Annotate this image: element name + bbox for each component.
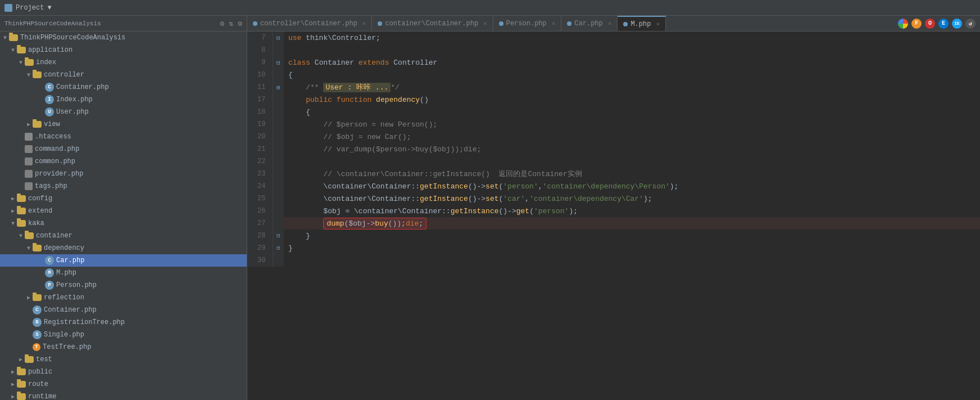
- line-gutter: [273, 118, 284, 131]
- table-row: 20 // $obj = new Car();: [247, 131, 980, 143]
- tab-container-container[interactable]: container\Container.php ✕: [372, 16, 493, 32]
- tab-close-icon[interactable]: ✕: [362, 20, 366, 27]
- tab-label: controller\Container.php: [260, 20, 357, 28]
- ie-icon[interactable]: IE: [952, 19, 962, 29]
- tab-label: container\Container.php: [385, 20, 478, 28]
- folder-icon: [33, 121, 42, 128]
- table-row: 26 $obj = \container\Container::getInsta…: [247, 205, 980, 217]
- sidebar-item-index[interactable]: ▼ index: [0, 56, 247, 69]
- code-editor[interactable]: 7 ⊟ use think\Controller; 8 9 ⊟ cla: [247, 32, 980, 400]
- sidebar-item-controller[interactable]: ▼ controller: [0, 69, 247, 81]
- sidebar-item-label: User.php: [56, 108, 89, 116]
- chrome-icon[interactable]: [898, 19, 908, 29]
- sidebar-item-dependency[interactable]: ▼ dependency: [0, 242, 247, 254]
- firefox-icon[interactable]: F: [911, 19, 922, 29]
- sidebar-item-car-php[interactable]: C Car.php: [0, 254, 247, 267]
- line-number: 29: [247, 242, 273, 254]
- line-number: 21: [247, 143, 273, 155]
- sidebar-item-htaccess[interactable]: .htaccess: [0, 131, 247, 143]
- arrow-icon: ▶: [9, 208, 17, 214]
- tab-controller-container[interactable]: controller\Container.php ✕: [247, 16, 372, 32]
- sidebar-item-root[interactable]: ▼ ThinkPHPSourceCodeAnalysis: [0, 32, 247, 44]
- tab-close-icon[interactable]: ✕: [552, 20, 556, 27]
- sidebar-item-config[interactable]: ▶ config: [0, 192, 247, 205]
- php-file-icon: I: [45, 95, 54, 104]
- tab-car-php[interactable]: Car.php ✕: [561, 16, 618, 32]
- arrow-icon: ▶: [9, 381, 17, 388]
- sidebar-item-route[interactable]: ▶ route: [0, 378, 247, 390]
- sidebar-item-registration-tree-php[interactable]: R RegistrationTree.php: [0, 316, 247, 329]
- line-gutter: [273, 168, 284, 180]
- line-content: class Container extends Controller: [284, 56, 980, 69]
- line-number: 27: [247, 217, 273, 230]
- table-row: 21 // var_dump($person->buy($obj));die;: [247, 143, 980, 155]
- tab-m-php[interactable]: M.php ✕: [618, 16, 666, 32]
- opera-icon[interactable]: O: [925, 19, 935, 29]
- sidebar-item-label: Container.php: [44, 306, 97, 314]
- tab-person-php[interactable]: Person.php ✕: [493, 16, 562, 32]
- sidebar-item-view[interactable]: ▶ view: [0, 118, 247, 131]
- line-content: }: [284, 230, 980, 242]
- sidebar-item-label: command.php: [35, 145, 79, 153]
- folder-icon: [25, 356, 34, 363]
- sidebar-item-user-php[interactable]: U User.php: [0, 106, 247, 118]
- php-plain-icon: [25, 158, 33, 165]
- reload-icon[interactable]: ↺: [965, 19, 976, 29]
- line-content: dump($obj->buy());die;: [284, 217, 980, 230]
- sidebar-item-label: container: [36, 232, 72, 240]
- tab-close-icon[interactable]: ✕: [656, 20, 660, 28]
- sidebar-item-label: controller: [44, 71, 84, 79]
- php-file-icon: T: [33, 343, 40, 351]
- sidebar-item-m-php[interactable]: M M.php: [0, 267, 247, 279]
- php-file-icon: P: [45, 281, 54, 290]
- sidebar-item-provider-php[interactable]: provider.php: [0, 168, 247, 180]
- sidebar-item-person-php[interactable]: P Person.php: [0, 279, 247, 291]
- gear-icon[interactable]: ⚙: [238, 19, 242, 28]
- sidebar-item-application[interactable]: ▼ application: [0, 44, 247, 56]
- tab-close-icon[interactable]: ✕: [483, 20, 487, 27]
- sidebar-item-tags-php[interactable]: tags.php: [0, 180, 247, 192]
- sidebar-item-label: public: [28, 368, 52, 376]
- sidebar-item-public[interactable]: ▶ public: [0, 366, 247, 378]
- sidebar-item-label: dependency: [44, 244, 84, 252]
- sidebar-item-single-php[interactable]: S Single.php: [0, 329, 247, 341]
- sidebar-item-extend[interactable]: ▶ extend: [0, 205, 247, 217]
- tab-close-icon[interactable]: ✕: [608, 20, 612, 27]
- sidebar-item-testtree-php[interactable]: T TestTree.php: [0, 341, 247, 353]
- folder-icon: [17, 368, 26, 375]
- sidebar-item-common-php[interactable]: common.php: [0, 155, 247, 168]
- line-number: 10: [247, 69, 273, 81]
- arrow-icon: ▼: [25, 72, 33, 78]
- sidebar-item-runtime[interactable]: ▶ runtime: [0, 390, 247, 400]
- title-bar: Project ▼: [0, 0, 980, 16]
- php-file-icon: M: [45, 268, 54, 277]
- edge-icon[interactable]: E: [938, 19, 949, 29]
- settings-icon[interactable]: ⚙: [220, 19, 225, 28]
- expand-icon[interactable]: ⇅: [229, 19, 233, 28]
- arrow-icon: ▶: [25, 294, 33, 301]
- sidebar-item-command-php[interactable]: command.php: [0, 143, 247, 155]
- folder-icon: [33, 294, 42, 301]
- sidebar-item-label: view: [44, 120, 60, 128]
- dropdown-icon[interactable]: ▼: [47, 4, 51, 12]
- line-number: 11: [247, 81, 273, 93]
- sidebar-item-reflection[interactable]: ▶ reflection: [0, 291, 247, 304]
- line-gutter: ⊟: [273, 32, 284, 44]
- line-gutter: ⊞: [273, 81, 284, 93]
- code-table: 7 ⊟ use think\Controller; 8 9 ⊟ cla: [247, 32, 980, 267]
- sidebar-item-test[interactable]: ▶ test: [0, 353, 247, 366]
- sidebar-item-container-folder[interactable]: ▼ container: [0, 230, 247, 242]
- php-file-icon: U: [45, 107, 54, 116]
- line-content: [284, 44, 980, 56]
- sidebar-item-container-kaka-php[interactable]: C Container.php: [0, 304, 247, 316]
- sidebar-item-label: config: [28, 195, 52, 203]
- table-row: 7 ⊟ use think\Controller;: [247, 32, 980, 44]
- line-content: // $obj = new Car();: [284, 131, 980, 143]
- sidebar-item-label: application: [28, 46, 72, 54]
- sidebar-item-kaka[interactable]: ▼ kaka: [0, 217, 247, 230]
- line-number: 17: [247, 93, 273, 106]
- sidebar-item-index-php[interactable]: I Index.php: [0, 93, 247, 106]
- folder-icon: [33, 71, 42, 78]
- line-content: \container\Container::getInstance()->set…: [284, 192, 980, 205]
- sidebar-item-container-php[interactable]: C Container.php: [0, 81, 247, 93]
